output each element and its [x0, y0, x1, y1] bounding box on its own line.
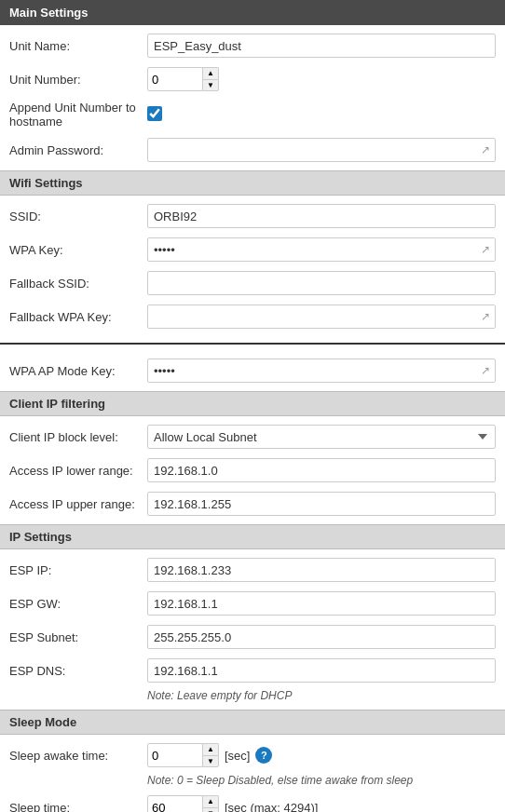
- admin-password-label: Admin Password:: [9, 143, 147, 157]
- unit-number-row: Unit Number: ▲ ▼: [0, 62, 505, 96]
- ip-settings-header: IP Settings: [0, 524, 505, 549]
- esp-dns-row: ESP DNS:: [0, 654, 505, 687]
- dhcp-note: Note: Leave empty for DHCP: [0, 687, 505, 706]
- esp-ip-row: ESP IP:: [0, 553, 505, 587]
- append-hostname-control: [147, 106, 496, 124]
- sleep-time-spinners: ▲ ▼: [202, 795, 219, 812]
- sleep-time-down[interactable]: ▼: [202, 807, 219, 812]
- wpa-key-control: ↗: [147, 237, 496, 262]
- wpa-ap-label: WPA AP Mode Key:: [9, 364, 147, 378]
- wifi-divider: [0, 343, 505, 345]
- access-lower-label: Access IP lower range:: [9, 464, 147, 478]
- wifi-settings-section: SSID: WPA Key: ↗ Fallback SSID: Fallback…: [0, 196, 505, 337]
- wpa-ap-section: WPA AP Mode Key: ↗: [0, 350, 505, 391]
- unit-number-up[interactable]: ▲: [202, 67, 219, 79]
- awake-time-up[interactable]: ▲: [202, 743, 219, 755]
- unit-number-spinners: ▲ ▼: [202, 67, 219, 91]
- sleep-mode-section: Sleep awake time: ▲ ▼ [sec] ? Note: 0 = …: [0, 735, 505, 812]
- fallback-ssid-row: Fallback SSID:: [0, 266, 505, 300]
- unit-number-down[interactable]: ▼: [202, 79, 219, 91]
- esp-dns-label: ESP DNS:: [9, 664, 147, 678]
- esp-ip-input[interactable]: [147, 558, 496, 582]
- awake-time-spinners: ▲ ▼: [202, 743, 219, 767]
- fallback-wpa-wrap: ↗: [147, 304, 496, 329]
- access-upper-label: Access IP upper range:: [9, 497, 147, 511]
- fallback-wpa-control: ↗: [147, 304, 496, 329]
- wpa-key-wrap: ↗: [147, 237, 496, 262]
- fallback-wpa-label: Fallback WPA Key:: [9, 310, 147, 324]
- awake-time-control: ▲ ▼ [sec] ?: [147, 743, 496, 767]
- access-upper-input[interactable]: [147, 492, 496, 516]
- sleep-time-wrap: ▲ ▼: [147, 795, 219, 812]
- unit-number-input[interactable]: [147, 67, 203, 91]
- awake-time-unit-row: ▲ ▼ [sec] ?: [147, 743, 496, 767]
- esp-gw-row: ESP GW:: [0, 587, 505, 620]
- fallback-wpa-input[interactable]: [147, 304, 496, 329]
- esp-gw-label: ESP GW:: [9, 597, 147, 611]
- sleep-time-row: Sleep time: ▲ ▼ [sec (max: 4294)]: [0, 791, 505, 812]
- access-lower-input[interactable]: [147, 458, 496, 482]
- append-hostname-row: Append Unit Number to hostname: [0, 96, 505, 133]
- append-hostname-label: Append Unit Number to hostname: [9, 101, 147, 129]
- esp-subnet-label: ESP Subnet:: [9, 630, 147, 644]
- esp-gw-input[interactable]: [147, 591, 496, 616]
- block-level-select[interactable]: Allow All Allow Local Subnet Block All: [147, 425, 496, 449]
- wpa-key-toggle-icon[interactable]: ↗: [481, 243, 490, 256]
- append-hostname-checkbox[interactable]: [147, 106, 162, 121]
- wpa-key-label: WPA Key:: [9, 243, 147, 257]
- client-ip-section: Client IP block level: Allow All Allow L…: [0, 416, 505, 524]
- admin-password-input[interactable]: [147, 138, 496, 162]
- wpa-ap-row: WPA AP Mode Key: ↗: [0, 354, 505, 387]
- unit-name-row: Unit Name:: [0, 29, 505, 62]
- access-upper-row: Access IP upper range:: [0, 487, 505, 521]
- main-settings-section: Unit Name: Unit Number: ▲ ▼ Append Unit …: [0, 25, 505, 170]
- unit-name-input[interactable]: [147, 34, 496, 58]
- ssid-row: SSID:: [0, 199, 505, 233]
- fallback-wpa-row: Fallback WPA Key: ↗: [0, 300, 505, 333]
- esp-ip-label: ESP IP:: [9, 563, 147, 577]
- awake-time-down[interactable]: ▼: [202, 755, 219, 767]
- wpa-ap-wrap: ↗: [147, 359, 496, 383]
- sleep-time-up[interactable]: ▲: [202, 795, 219, 807]
- ssid-label: SSID:: [9, 210, 147, 223]
- ssid-input[interactable]: [147, 204, 496, 228]
- esp-dns-control: [147, 658, 496, 683]
- access-lower-control: [147, 458, 496, 482]
- wifi-settings-header: Wifi Settings: [0, 170, 505, 196]
- esp-dns-input[interactable]: [147, 658, 496, 683]
- esp-subnet-row: ESP Subnet:: [0, 620, 505, 654]
- awake-note: Note: 0 = Sleep Disabled, else time awak…: [0, 772, 505, 791]
- admin-password-row: Admin Password: ↗: [0, 133, 505, 167]
- wpa-ap-input[interactable]: [147, 359, 496, 383]
- main-settings-header: Main Settings: [0, 0, 505, 25]
- unit-name-label: Unit Name:: [9, 39, 147, 53]
- wpa-key-input[interactable]: [147, 237, 496, 262]
- wpa-ap-control: ↗: [147, 359, 496, 383]
- fallback-ssid-input[interactable]: [147, 271, 496, 295]
- sleep-time-control: ▲ ▼ [sec (max: 4294)]: [147, 795, 496, 812]
- esp-subnet-input[interactable]: [147, 625, 496, 649]
- ip-settings-section: ESP IP: ESP GW: ESP Subnet: ESP DNS: Not…: [0, 549, 505, 710]
- esp-subnet-control: [147, 625, 496, 649]
- ssid-control: [147, 204, 496, 228]
- fallback-wpa-toggle-icon[interactable]: ↗: [481, 310, 490, 323]
- unit-name-control: [147, 34, 496, 58]
- wpa-key-row: WPA Key: ↗: [0, 233, 505, 266]
- admin-password-control: ↗: [147, 138, 496, 162]
- awake-time-label: Sleep awake time:: [9, 749, 147, 763]
- unit-number-wrap: ▲ ▼: [147, 67, 496, 91]
- awake-time-wrap: ▲ ▼: [147, 743, 219, 767]
- awake-time-help-button[interactable]: ?: [255, 747, 272, 764]
- awake-time-unit-label: [sec]: [225, 749, 250, 763]
- unit-number-label: Unit Number:: [9, 73, 147, 87]
- unit-number-control: ▲ ▼: [147, 67, 496, 91]
- awake-time-input[interactable]: [147, 743, 203, 767]
- sleep-time-input[interactable]: [147, 795, 203, 812]
- sleep-time-label: Sleep time:: [9, 801, 147, 813]
- block-level-row: Client IP block level: Allow All Allow L…: [0, 420, 505, 453]
- access-lower-row: Access IP lower range:: [0, 453, 505, 487]
- admin-password-wrap: ↗: [147, 138, 496, 162]
- fallback-ssid-control: [147, 271, 496, 295]
- wpa-ap-toggle-icon[interactable]: ↗: [481, 364, 490, 377]
- admin-password-toggle-icon[interactable]: ↗: [481, 143, 490, 156]
